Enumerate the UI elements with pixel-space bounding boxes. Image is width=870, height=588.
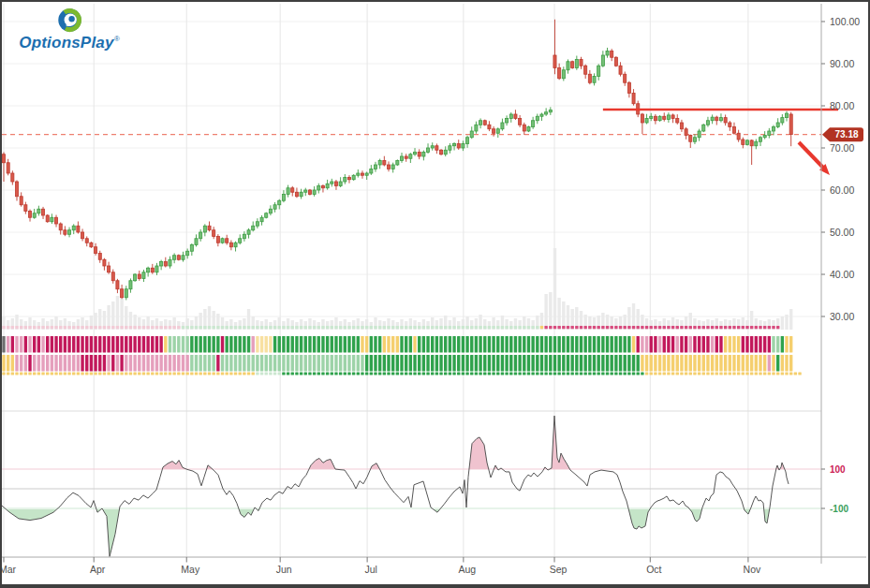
candlestick-series: [2, 20, 792, 301]
chart-canvas[interactable]: 100.0090.0080.0070.0060.0050.0040.0030.0…: [2, 2, 868, 584]
month-tick-label: Oct: [646, 564, 661, 575]
gridlines: [2, 4, 821, 557]
month-tick-label: Aug: [459, 564, 477, 575]
strip-thin-bottom: [2, 373, 801, 375]
month-tick-label: May: [181, 564, 200, 575]
oscillator-level-label: -100: [830, 504, 848, 514]
month-tick-label: Jul: [364, 564, 376, 575]
price-tick-label: 100.00: [830, 16, 860, 27]
chart-app: 100.0090.0080.0070.0060.0050.0040.0030.0…: [0, 0, 870, 588]
price-tick-label: 40.00: [830, 269, 854, 280]
oscillator-line: [2, 416, 789, 556]
month-tick-label: Apr: [90, 564, 106, 575]
strip-row-1: [2, 336, 792, 353]
oscillator-level-label: 100: [830, 464, 846, 475]
strip-row-2: [2, 355, 792, 372]
oscillator-panel: [2, 411, 821, 557]
bearish-arrow-annotation: [799, 142, 830, 175]
price-tick-label: 30.00: [830, 311, 854, 322]
oscillator-oversold-fill: [2, 416, 789, 556]
month-tick-label: Jun: [276, 564, 292, 575]
month-tick-label: Mar: [2, 564, 17, 575]
month-tick-label: Sep: [550, 564, 568, 575]
price-tick-label: 70.00: [830, 142, 854, 154]
last-price-tag-text: 73.18: [834, 129, 858, 140]
month-tick-label: Nov: [744, 564, 761, 575]
price-tick-label: 80.00: [830, 100, 854, 111]
price-tick-label: 60.00: [830, 184, 854, 196]
price-tick-label: 90.00: [830, 58, 854, 69]
strip-thin-top: [2, 326, 779, 329]
signal-strips: [2, 326, 801, 375]
oscillator-overbought-fill: [2, 416, 789, 556]
time-axis: MarAprMayJunJulAugSepOctNov: [2, 557, 761, 575]
price-tick-label: 50.00: [830, 227, 854, 238]
last-price-tag: 73.18: [822, 127, 863, 141]
